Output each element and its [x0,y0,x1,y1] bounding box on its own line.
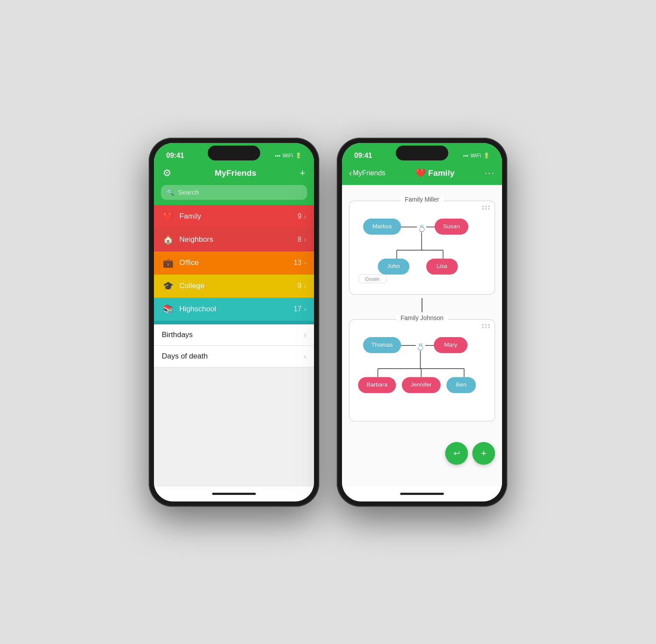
family-miller-dots[interactable] [482,205,490,210]
svg-text:Ben: Ben [456,381,467,388]
college-label: College [179,282,297,290]
svg-text:Barbara: Barbara [366,381,387,388]
notch-2 [396,146,448,160]
group-list: ❤️ Family 9 › 🏠 Neighbors 8 › 💼 Office 1… [154,205,314,324]
search-input-wrap[interactable]: 🔍 Search [161,185,307,200]
back-button[interactable]: ‹ MyFriends [349,168,385,178]
more-icon[interactable]: ··· [485,167,495,179]
status-icons-2: ▪▪▪ WiFi 🔋 [463,153,490,159]
office-count: 13 [294,259,302,267]
miller-tree-svg: 💍 Markus Susan John [355,208,489,284]
phone-1: 09:41 ▪▪▪ WiFi 🔋 ⚙ MyFriends + 🔍 Search … [149,138,319,507]
signal-icon: ▪▪▪ [275,153,280,159]
svg-text:Cousin: Cousin [365,276,380,282]
svg-text:Mary: Mary [444,341,457,348]
status-time-2: 09:41 [354,152,372,160]
connector-line [349,298,495,312]
signal-icon-2: ▪▪▪ [463,153,468,159]
family-johnson-box: Family Johnson 💍 [349,319,495,422]
search-bar: 🔍 Search [154,185,314,205]
add-icon-fab: + [481,448,487,459]
back-label: MyFriends [353,169,386,177]
fab-area: ↩ + [445,442,495,465]
status-time-1: 09:41 [166,152,184,160]
undo-icon: ↩ [454,449,460,458]
svg-text:Thomas: Thomas [371,341,393,348]
family-tree-area: Family Miller 💍 [342,185,502,452]
extra-list: Birthdays › Days of death › [154,324,314,367]
family-johnson-dots[interactable] [482,324,490,328]
status-icons-1: ▪▪▪ WiFi 🔋 [275,153,302,159]
family-count: 9 [297,212,301,220]
days-of-death-chevron: › [304,353,306,360]
highschool-count: 17 [294,305,302,313]
svg-text:Jennifer: Jennifer [411,381,432,388]
svg-text:Lisa: Lisa [436,263,447,269]
back-chevron-icon: ‹ [349,168,352,178]
battery-icon-2: 🔋 [483,153,490,159]
office-label: Office [179,258,294,267]
phone-2-screen: 09:41 ▪▪▪ WiFi 🔋 ‹ MyFriends ❤️ Family ·… [342,143,502,501]
fab-container: ↩ + [342,452,502,487]
highschool-label: Highschool [179,305,294,313]
days-of-death-label: Days of death [162,352,304,361]
home-bar-1 [154,487,314,501]
notch [208,146,260,160]
app-title-1: MyFriends [215,168,256,178]
add-icon[interactable]: + [300,167,305,179]
nav-bar-1: ⚙ MyFriends + [154,166,314,185]
home-bar-line-1 [212,493,256,495]
page-title-2: ❤️ Family [387,168,482,178]
college-emoji: 🎓 [162,281,174,291]
highschool-chevron: › [304,306,306,313]
svg-text:💍: 💍 [418,224,426,233]
family-emoji: ❤️ [162,211,174,222]
home-bar-line-2 [400,493,444,495]
family-miller-box: Family Miller 💍 [349,201,495,295]
neighbors-label: Neighbors [179,235,297,244]
birthdays-label: Birthdays [162,331,304,339]
wifi-icon: WiFi [283,153,293,159]
family-chevron: › [304,213,306,220]
days-of-death-item[interactable]: Days of death › [154,346,314,367]
svg-text:John: John [387,263,400,269]
nav-bar-2: ‹ MyFriends ❤️ Family ··· [342,166,502,185]
home-bar-2 [342,487,502,501]
list-item-tennis[interactable]: 🎾 Tennis 5 › [154,321,314,324]
svg-text:💍: 💍 [416,343,425,351]
svg-text:Markus: Markus [372,223,391,229]
phone-1-screen: 09:41 ▪▪▪ WiFi 🔋 ⚙ MyFriends + 🔍 Search … [154,143,314,501]
office-chevron: › [304,259,306,266]
list-item-neighbors[interactable]: 🏠 Neighbors 8 › [154,228,314,251]
list-item-family[interactable]: ❤️ Family 9 › [154,205,314,228]
list-item-office[interactable]: 💼 Office 13 › [154,251,314,275]
svg-text:Susan: Susan [443,223,460,229]
phone-2: 09:41 ▪▪▪ WiFi 🔋 ‹ MyFriends ❤️ Family ·… [337,138,507,507]
birthdays-chevron: › [304,331,306,338]
college-count: 9 [297,282,301,290]
list-item-highschool[interactable]: 📚 Highschool 17 › [154,298,314,321]
family-label: Family [179,212,297,221]
highschool-emoji: 📚 [162,304,174,314]
family-johnson-title: Family Johnson [396,314,448,321]
wifi-icon-2: WiFi [471,153,481,159]
college-chevron: › [304,282,306,289]
search-placeholder: Search [178,188,199,196]
settings-icon[interactable]: ⚙ [163,167,171,179]
office-emoji: 💼 [162,258,174,268]
neighbors-emoji: 🏠 [162,234,174,245]
bottom-space [154,367,314,487]
birthdays-item[interactable]: Birthdays › [154,324,314,346]
neighbors-count: 8 [297,236,301,244]
search-icon: 🔍 [166,188,174,196]
list-item-college[interactable]: 🎓 College 9 › [154,275,314,298]
add-fab[interactable]: + [472,442,495,465]
undo-fab[interactable]: ↩ [445,442,468,465]
battery-icon: 🔋 [295,153,302,159]
family-miller-title: Family Miller [401,196,444,203]
johnson-tree-svg: 💍 Thomas Mary Barbara [355,327,489,411]
neighbors-chevron: › [304,236,306,243]
